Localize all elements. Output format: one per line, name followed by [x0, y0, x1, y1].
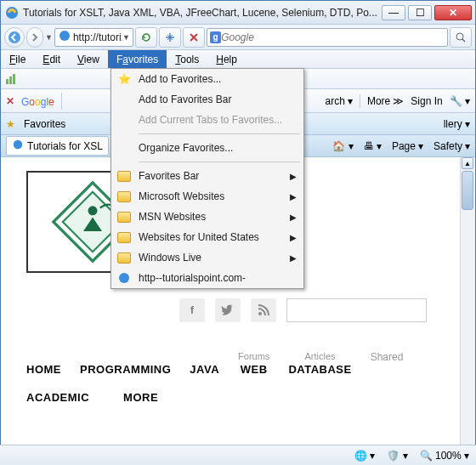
close-button[interactable]: ✕ — [434, 5, 472, 20]
folder-icon — [116, 230, 132, 245]
star-add-icon: ⭐ — [116, 71, 132, 87]
stop-button[interactable] — [183, 27, 205, 48]
menu-favorites[interactable]: Favorites — [108, 50, 167, 68]
ie-icon — [116, 270, 132, 286]
folder-icon — [116, 209, 132, 224]
wrench-icon[interactable]: 🔧 ▾ — [450, 95, 470, 107]
facebook-icon[interactable]: f — [179, 298, 205, 322]
zoom-control[interactable]: 🔍 100% ▾ — [420, 450, 469, 462]
scrollbar[interactable]: ▲ ▼ — [460, 157, 475, 465]
forward-button[interactable] — [26, 27, 43, 48]
menu-file[interactable]: FFileile — [1, 50, 34, 68]
window-controls: — ☐ ✕ — [382, 5, 472, 20]
fav-folder-favbar[interactable]: Favorites Bar▶ — [111, 166, 303, 186]
nav-java[interactable]: JAVA — [190, 363, 219, 376]
address-bar[interactable]: http://tutori... ▼ — [54, 28, 133, 47]
print-button[interactable]: 🖶 ▾ — [364, 140, 382, 152]
ie-icon — [12, 139, 24, 153]
address-text: http://tutori... — [71, 31, 122, 43]
title-bar: Tutorials for XSLT, Java XML, VBA, JFree… — [1, 1, 475, 25]
page-icon — [58, 29, 71, 45]
nav-web[interactable]: WEB — [241, 363, 268, 376]
site-search-input[interactable] — [286, 298, 427, 322]
search-input[interactable] — [221, 31, 445, 43]
folder-icon — [116, 250, 132, 265]
google-icon: g — [210, 31, 221, 43]
fav-add-tabs: Add Current Tabs to Favorites... — [111, 110, 303, 130]
fav-add-bar[interactable]: Add to Favorites Bar — [111, 89, 303, 110]
rss-icon[interactable] — [251, 298, 276, 322]
menu-tools[interactable]: Tools — [167, 50, 207, 68]
history-dropdown-icon[interactable]: ▼ — [45, 33, 53, 42]
fav-folder-live[interactable]: Windows Live▶ — [111, 247, 303, 268]
nav-articles[interactable]: Articles — [304, 351, 335, 361]
menu-edit[interactable]: Edit — [34, 50, 69, 68]
separator — [139, 162, 300, 162]
page-menu[interactable]: Page ▾ — [392, 140, 423, 152]
internet-zone-icon[interactable]: 🌐 ▾ — [354, 450, 375, 462]
favorites-dropdown: ⭐Add to Favorites... Add to Favorites Ba… — [110, 68, 304, 289]
nav-home[interactable]: HOME — [26, 363, 61, 376]
svg-point-8 — [88, 206, 98, 215]
svg-point-4 — [119, 273, 129, 283]
fav-item-site[interactable]: http--tutorialspoint.com- — [111, 268, 303, 288]
menu-view[interactable]: View — [69, 50, 108, 68]
window-title: Tutorials for XSLT, Java XML, VBA, JFree… — [23, 7, 382, 19]
google-logo: Google — [21, 94, 54, 108]
search-go-button[interactable] — [450, 27, 472, 48]
favorites-label[interactable]: Favorites — [24, 118, 65, 130]
chevron-right-icon: ▶ — [290, 172, 297, 181]
menu-help[interactable]: Help — [207, 50, 246, 68]
nav-database[interactable]: DATABASE — [288, 363, 351, 376]
fav-folder-msn[interactable]: MSN Websites▶ — [111, 207, 303, 227]
tab-title: Tutorials for XSL — [27, 140, 103, 152]
twitter-icon[interactable] — [215, 298, 241, 322]
menu-bar: FFileile Edit View Favorites Tools Help — [1, 50, 475, 69]
protected-mode-icon[interactable]: 🛡️ ▾ — [387, 450, 407, 462]
signin-button[interactable]: Sign In — [411, 95, 442, 107]
ie-icon — [4, 5, 20, 20]
close-x-icon[interactable]: ✕ — [6, 95, 14, 107]
minimize-button[interactable]: — — [382, 5, 405, 20]
search-box[interactable]: g — [207, 28, 448, 47]
svg-point-2 — [60, 31, 70, 41]
svg-point-3 — [456, 33, 463, 40]
svg-point-5 — [14, 140, 23, 150]
signal-icon — [6, 74, 15, 84]
scroll-up-icon[interactable]: ▲ — [462, 157, 473, 169]
svg-point-1 — [8, 31, 20, 43]
more-button[interactable]: More ≫ — [367, 95, 404, 107]
refresh-button[interactable] — [135, 27, 157, 48]
compat-button[interactable] — [159, 27, 181, 48]
svg-point-9 — [258, 312, 262, 315]
fav-folder-us[interactable]: Websites for United States▶ — [111, 227, 303, 247]
status-bar: 🌐 ▾ 🛡️ ▾ 🔍 100% ▾ — [0, 445, 476, 465]
nav-more[interactable]: MORE — [123, 391, 158, 404]
folder-icon — [116, 189, 132, 204]
safety-menu[interactable]: Safety ▾ — [434, 140, 470, 152]
back-button[interactable] — [4, 27, 25, 48]
scroll-thumb[interactable] — [462, 171, 473, 210]
search-button[interactable]: arch ▾ — [326, 95, 353, 107]
fav-add[interactable]: ⭐Add to Favorites... — [111, 69, 303, 89]
chevron-right-icon: ▶ — [290, 213, 297, 222]
nav-programming[interactable]: PROGRAMMING — [80, 363, 171, 376]
chevron-right-icon: ▶ — [290, 192, 297, 201]
fav-folder-ms[interactable]: Microsoft Websites▶ — [111, 186, 303, 207]
star-icon[interactable]: ★ — [6, 118, 15, 130]
maximize-button[interactable]: ☐ — [408, 5, 432, 20]
social-row: f — [179, 298, 475, 322]
folder-icon — [116, 168, 132, 184]
separator — [139, 133, 300, 134]
nav-academic[interactable]: ACADEMIC — [26, 391, 89, 404]
chevron-right-icon: ▶ — [290, 253, 297, 263]
browser-tab[interactable]: Tutorials for XSL — [6, 136, 109, 156]
chevron-right-icon: ▶ — [290, 233, 297, 242]
fav-organize[interactable]: Organize Favorites... — [111, 138, 303, 158]
nav-toolbar: ▼ http://tutori... ▼ g — [1, 25, 475, 50]
nav-forums[interactable]: Forums — [238, 351, 269, 361]
nav-shared[interactable]: Shared — [371, 351, 404, 363]
gallery-dropdown[interactable]: llery ▾ — [444, 118, 470, 130]
home-button[interactable]: 🏠 ▾ — [332, 140, 353, 152]
address-dropdown-icon[interactable]: ▼ — [122, 33, 130, 42]
